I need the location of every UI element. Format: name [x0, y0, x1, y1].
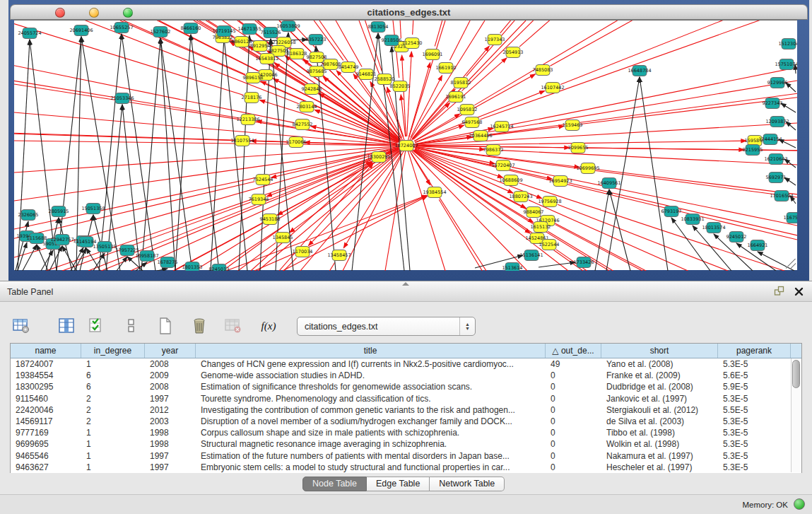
graph-canvas[interactable]: 1872400779638228860128891295423226058982… [14, 21, 797, 271]
function-builder-icon[interactable]: f(x) [259, 316, 278, 336]
memory-status-indicator[interactable] [794, 498, 805, 510]
graph-edge[interactable] [279, 163, 373, 271]
network-canvas-container[interactable]: 1872400779638228860128891295423226058982… [14, 20, 797, 270]
graph-node-label: 16409561 [597, 180, 620, 186]
network-window-titlebar[interactable]: citations_edges.txt [10, 4, 808, 20]
table-cell: 5.5E-5 [718, 404, 791, 416]
graph-edge[interactable] [99, 34, 122, 271]
graph-edge[interactable] [406, 146, 486, 271]
graph-edge[interactable] [122, 34, 155, 271]
graph-edge[interactable] [413, 21, 432, 35]
table-row[interactable]: 977716911998Corpus callosum shape and si… [11, 427, 801, 438]
graph-node-label: 15051358 [81, 206, 105, 211]
graph-node-label: 20691406 [69, 28, 93, 33]
cells-icon[interactable] [122, 316, 141, 336]
graph-edge[interactable] [550, 21, 797, 66]
graph-edge[interactable] [157, 269, 167, 271]
new-file-icon[interactable] [155, 316, 175, 336]
tab-node-table[interactable]: Node Table [302, 477, 367, 491]
table-row[interactable]: 1938455462009Genome-wide association stu… [11, 370, 801, 381]
table-row[interactable]: 911546021997Tourette syndrome. Phenomeno… [11, 393, 801, 404]
graph-edge[interactable] [62, 246, 76, 271]
graph-edge[interactable] [781, 103, 796, 112]
graph-edge[interactable] [406, 146, 445, 271]
table-cell: 9699695 [11, 438, 81, 450]
table-cell: 0 [546, 370, 601, 381]
table-row[interactable]: 1830029562008Estimation of significance … [11, 381, 801, 392]
scrollbar-thumb[interactable] [792, 360, 800, 388]
table-selector-value: citations_edges.txt [305, 322, 378, 332]
tab-edge-table[interactable]: Edge Table [367, 477, 430, 491]
tab-network-table[interactable]: Network Table [430, 477, 505, 491]
graph-node-label: 8522035 [390, 83, 411, 89]
graph-node-label: 1512304 [779, 41, 797, 47]
column-header-name[interactable]: name [11, 344, 81, 358]
graph-edge[interactable] [14, 146, 406, 229]
graph-node-label: 16648784 [628, 68, 651, 74]
graph-node-label: 20364486 [469, 133, 492, 139]
graph-node-label: 19384554 [423, 189, 446, 195]
table-row[interactable]: 2242004622012Investigating the contribut… [11, 404, 801, 416]
graph-edge[interactable] [489, 89, 797, 134]
table-row[interactable]: 969969511998Structural magnetic resonanc… [11, 438, 801, 450]
splitter-handle-icon[interactable] [402, 282, 409, 286]
graph-edge[interactable] [74, 248, 86, 271]
table-cell: 5.3E-5 [718, 358, 791, 370]
combo-stepper-icon[interactable]: ▲▼ [459, 317, 475, 335]
graph-edge[interactable] [323, 77, 399, 140]
graph-edge[interactable] [406, 146, 797, 240]
table-cell: 1 [81, 438, 145, 450]
table-cell: 0 [546, 438, 601, 450]
table-cell: Wolkin et al. (1998) [601, 438, 718, 450]
table-row[interactable]: 946362711997Embryonic stem cells: a mode… [11, 462, 801, 473]
table-cell: Tourette syndrome. Phenomenology and cla… [196, 393, 546, 404]
column-header-pagerank[interactable]: pagerank [718, 344, 791, 358]
trash-icon[interactable] [189, 316, 209, 336]
table-cell: Jankovic et al. (1997) [601, 393, 718, 404]
table-cell: de Silva et al. (2003) [601, 416, 718, 427]
graph-edge[interactable] [466, 21, 692, 76]
graph-edge[interactable] [211, 37, 224, 271]
graph-edge[interactable] [500, 21, 721, 33]
column-visibility-icon[interactable] [57, 316, 76, 336]
graph-node-label: 7515526 [261, 30, 281, 35]
table-cell: 1998 [145, 427, 196, 438]
graph-edge[interactable] [283, 197, 427, 271]
canvas-resize-grip[interactable] [786, 259, 796, 269]
select-rows-icon[interactable] [86, 316, 106, 336]
table-row[interactable]: 1872400712008Changes of HCN gene express… [11, 358, 801, 370]
column-header-in_degree[interactable]: in_degree [81, 344, 145, 358]
graph-edge[interactable] [14, 141, 406, 146]
graph-edge[interactable] [539, 262, 575, 267]
table-cell: Embryonic stem cells: a model to study s… [196, 462, 546, 473]
table-vertical-scrollbar[interactable] [791, 358, 801, 472]
graph-edge[interactable] [449, 21, 606, 60]
column-header-title[interactable]: title [196, 344, 546, 358]
graph-node-label: 9896158 [243, 75, 264, 81]
graph-edge[interactable] [413, 103, 449, 139]
float-panel-icon[interactable] [774, 286, 784, 299]
column-header-year[interactable]: year [145, 344, 196, 358]
column-header-short[interactable]: short [601, 344, 718, 358]
graph-node-label: 7986372 [483, 147, 504, 153]
graph-edge[interactable] [191, 35, 219, 271]
column-header-out_de[interactable]: △ out_de... [546, 344, 601, 358]
close-panel-icon[interactable] [794, 286, 804, 299]
graph-edge[interactable] [462, 21, 708, 91]
table-cell: 6 [81, 370, 145, 381]
graph-edge[interactable] [519, 21, 779, 47]
table-cell: Tibbo et al. (1998) [601, 427, 718, 438]
graph-edge[interactable] [316, 46, 336, 271]
graph-edge[interactable] [407, 52, 412, 136]
table-toolbar: f(x) citations_edges.txt ▲▼ [0, 315, 812, 339]
delete-table-icon-disabled [223, 316, 243, 336]
table-settings-icon[interactable] [11, 316, 31, 336]
graph-edge[interactable] [131, 146, 406, 271]
graph-edge[interactable] [406, 123, 797, 146]
table-row[interactable]: 946554611997Estimation of the future num… [11, 450, 801, 462]
table-cell: Changes of HCN gene expression and I(f) … [196, 358, 546, 370]
table-selector-combo[interactable]: citations_edges.txt ▲▼ [297, 317, 476, 336]
graph-node-label: 13458457 [327, 252, 351, 258]
graph-node-label: 1661910 [436, 65, 457, 71]
table-row[interactable]: 1456911722003Disruption of a novel membe… [11, 416, 801, 427]
